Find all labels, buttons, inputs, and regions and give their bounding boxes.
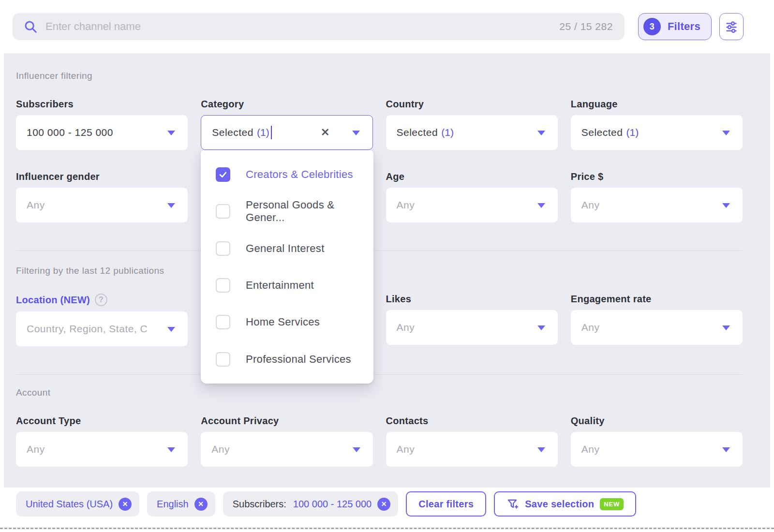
checkbox-icon[interactable] — [216, 315, 230, 329]
checkbox-icon[interactable] — [216, 241, 230, 256]
field-price: Price $ Any — [571, 171, 743, 222]
chip-value: English — [157, 499, 189, 510]
country-value: Selected — [397, 127, 438, 138]
chevron-down-icon — [167, 327, 175, 332]
price-select[interactable]: Any — [571, 188, 743, 222]
clear-filters-button[interactable]: Clear filters — [406, 491, 486, 517]
category-option[interactable]: Creators & Celebrities — [201, 156, 373, 193]
chip-value: 100 000 - 125 000 — [293, 499, 372, 510]
clear-filters-label: Clear filters — [418, 499, 474, 510]
language-count: (1) — [626, 127, 639, 138]
category-option[interactable]: General Interest — [201, 230, 373, 267]
category-option[interactable]: Entertainment — [201, 267, 373, 304]
country-label: Country — [386, 99, 558, 110]
checkbox-icon[interactable] — [216, 204, 230, 219]
location-placeholder: Country, Region, State, C — [27, 323, 148, 335]
field-country: Country Selected (1) — [386, 99, 558, 150]
quality-label: Quality — [571, 415, 743, 427]
category-label: Category — [201, 99, 372, 110]
account-privacy-select[interactable]: Any — [201, 432, 372, 467]
chevron-down-icon — [537, 447, 545, 452]
category-select[interactable]: Selected (1) ✕ — [201, 115, 372, 150]
checkbox-icon[interactable] — [216, 278, 230, 293]
section-influencer-filtering: Influencer filtering — [16, 53, 743, 81]
engagement-select[interactable]: Any — [571, 310, 743, 345]
field-age: Age Any — [386, 171, 558, 222]
results-count: 25 / 15 282 — [559, 21, 613, 32]
checkbox-checked-icon[interactable] — [216, 167, 230, 182]
contacts-select[interactable]: Any — [386, 432, 558, 467]
chip-country: United States (USA) ✕ — [16, 491, 139, 517]
category-dropdown-panel: Creators & Celebrities Personal Goods & … — [201, 150, 373, 384]
contacts-placeholder: Any — [397, 443, 415, 455]
chevron-down-icon — [167, 203, 175, 208]
location-label-text: Location (NEW) — [16, 295, 90, 306]
option-label: Entertainment — [246, 279, 314, 292]
category-option[interactable]: Home Services — [201, 304, 373, 340]
filters-count-badge: 3 — [643, 18, 661, 35]
chip-prefix: Subscribers: — [233, 499, 286, 510]
field-location: Location (NEW) ? Country, Region, State,… — [16, 294, 188, 346]
field-account-privacy: Account Privacy Any — [201, 415, 372, 467]
search-icon — [23, 19, 38, 34]
gender-select[interactable]: Any — [16, 188, 188, 222]
account-type-select[interactable]: Any — [16, 432, 188, 467]
help-icon[interactable]: ? — [95, 294, 107, 306]
quality-select[interactable]: Any — [571, 432, 743, 467]
filters-button[interactable]: 3 Filters — [638, 13, 712, 40]
language-select[interactable]: Selected (1) — [571, 115, 743, 150]
divider — [16, 374, 743, 375]
funnel-plus-icon — [506, 498, 519, 510]
country-select[interactable]: Selected (1) — [386, 115, 558, 150]
category-option[interactable]: Professional Services — [201, 341, 373, 378]
clear-category-icon[interactable]: ✕ — [321, 126, 329, 139]
field-likes: Likes Any — [386, 294, 558, 346]
account-privacy-label: Account Privacy — [201, 415, 372, 427]
section-account: Account — [16, 387, 743, 398]
new-badge: NEW — [600, 498, 624, 510]
channel-search-box[interactable]: 25 / 15 282 — [13, 13, 625, 40]
option-label: Personal Goods & Gener... — [246, 199, 373, 224]
location-select[interactable]: Country, Region, State, C — [16, 311, 188, 346]
subscribers-label: Subscribers — [16, 99, 188, 110]
field-language: Language Selected (1) — [571, 99, 743, 150]
subscribers-select[interactable]: 100 000 - 125 000 — [16, 115, 188, 150]
category-count: (1) — [257, 127, 269, 138]
quality-placeholder: Any — [581, 443, 600, 455]
chevron-down-icon — [722, 325, 730, 330]
chip-value: United States (USA) — [26, 499, 113, 510]
likes-select[interactable]: Any — [386, 310, 558, 345]
age-select[interactable]: Any — [386, 188, 558, 222]
engagement-label: Engagement rate — [571, 294, 743, 305]
chevron-down-icon — [537, 325, 545, 330]
option-label: Home Services — [246, 316, 320, 328]
option-label: General Interest — [246, 242, 325, 255]
filter-panel: Influencer filtering Subscribers 100 000… — [4, 53, 770, 488]
save-selection-button[interactable]: Save selection NEW — [494, 491, 636, 517]
field-engagement-rate: Engagement rate Any — [571, 294, 743, 346]
price-label: Price $ — [571, 171, 743, 182]
age-label: Age — [386, 171, 558, 182]
remove-chip-icon[interactable]: ✕ — [194, 498, 208, 511]
option-label: Professional Services — [246, 353, 351, 366]
engagement-placeholder: Any — [581, 322, 600, 333]
gender-placeholder: Any — [27, 199, 45, 211]
chevron-down-icon — [537, 203, 545, 208]
category-option[interactable]: Personal Goods & Gener... — [201, 193, 373, 230]
search-input[interactable] — [45, 20, 559, 33]
contacts-label: Contacts — [386, 415, 558, 427]
field-influencer-gender: Influencer gender Any — [16, 171, 188, 222]
location-label: Location (NEW) ? — [16, 294, 188, 306]
remove-chip-icon[interactable]: ✕ — [377, 498, 390, 511]
account-type-placeholder: Any — [27, 443, 45, 455]
likes-label: Likes — [386, 294, 558, 305]
checkbox-icon[interactable] — [216, 352, 230, 367]
chevron-down-icon — [167, 131, 175, 135]
advanced-settings-button[interactable] — [719, 13, 744, 40]
chevron-down-icon — [722, 131, 730, 135]
chevron-down-icon — [722, 203, 730, 208]
age-placeholder: Any — [397, 199, 415, 211]
field-quality: Quality Any — [571, 415, 743, 467]
option-label: Creators & Celebrities — [246, 168, 353, 181]
remove-chip-icon[interactable]: ✕ — [119, 498, 132, 511]
